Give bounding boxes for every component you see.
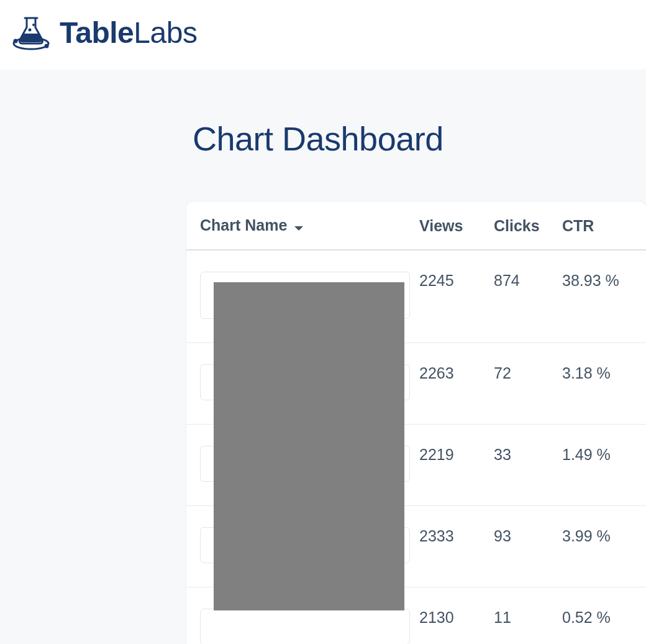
column-header-ctr[interactable]: CTR: [562, 201, 646, 250]
cell-views: 2130: [419, 587, 494, 644]
brand-name: TableLabs: [60, 16, 197, 50]
column-header-chart-name-label: Chart Name: [200, 216, 287, 234]
cell-views: 2219: [419, 424, 494, 505]
column-header-clicks[interactable]: Clicks: [494, 201, 562, 250]
cell-views: 2245: [419, 250, 494, 343]
chart-name-box: [200, 609, 410, 644]
brand-light: Labs: [134, 16, 197, 49]
cell-ctr: 3.99 %: [562, 505, 646, 587]
cell-ctr: 3.18 %: [562, 343, 646, 424]
svg-point-2: [45, 44, 49, 48]
column-header-chart-name[interactable]: Chart Name: [186, 201, 419, 250]
cell-views: 2263: [419, 343, 494, 424]
cell-clicks: 874: [494, 250, 562, 343]
app-header: TableLabs: [0, 0, 646, 70]
cell-ctr: 38.93 %: [562, 250, 646, 343]
page-title: Chart Dashboard: [193, 119, 646, 158]
column-header-views[interactable]: Views: [419, 201, 494, 250]
svg-point-4: [29, 29, 32, 32]
cell-clicks: 93: [494, 505, 562, 587]
svg-point-1: [14, 39, 18, 44]
brand-bold: Table: [60, 16, 134, 49]
cell-clicks: 72: [494, 343, 562, 424]
caret-down-icon: [294, 218, 304, 236]
overlay-block: [214, 282, 404, 610]
cell-clicks: 33: [494, 424, 562, 505]
svg-point-5: [32, 24, 35, 26]
cell-clicks: 11: [494, 587, 562, 644]
flask-logo-icon: [11, 12, 51, 52]
cell-ctr: 1.49 %: [562, 424, 646, 505]
cell-ctr: 0.52 %: [562, 587, 646, 644]
cell-views: 2333: [419, 505, 494, 587]
